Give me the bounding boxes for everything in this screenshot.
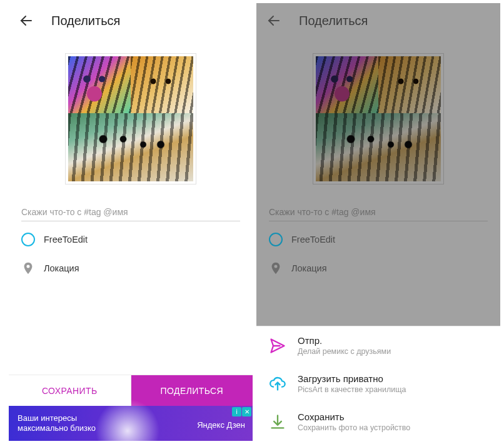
image-preview[interactable] (65, 53, 196, 184)
back-arrow-icon[interactable] (19, 13, 34, 28)
ad-close-icon[interactable]: ✕ (242, 407, 251, 416)
download-icon (269, 413, 286, 431)
sheet-item-title: Отпр. (298, 335, 391, 346)
save-button[interactable]: СОХРАНИТЬ (9, 375, 131, 406)
sheet-item-title: Сохранить (298, 411, 410, 422)
image-preview-area (9, 38, 253, 196)
bottom-action-bar: СОХРАНИТЬ ПОДЕЛИТЬСЯ (9, 375, 253, 406)
caption-input[interactable] (269, 203, 488, 221)
sheet-item-title: Загрузить приватно (298, 373, 406, 384)
back-arrow-icon[interactable] (266, 13, 281, 28)
free-to-edit-row[interactable]: FreeToEdit (9, 225, 253, 254)
free-to-edit-label: FreeToEdit (291, 235, 335, 245)
send-icon (269, 337, 286, 355)
location-label: Локация (44, 263, 79, 273)
ad-info-icon[interactable]: i (232, 407, 241, 416)
page-title: Поделиться (51, 14, 120, 28)
collage-tile (68, 113, 193, 181)
cloud-upload-icon (269, 375, 286, 393)
sheet-save-row[interactable]: Сохранить Сохранить фото на устройство (256, 403, 500, 441)
sheet-send-row[interactable]: Отпр. Делай ремикс с друзьями (256, 326, 500, 365)
image-preview-area (256, 38, 500, 196)
page-title: Поделиться (299, 14, 368, 28)
share-button[interactable]: ПОДЕЛИТЬСЯ (131, 375, 253, 406)
location-row[interactable]: Локация (9, 254, 253, 283)
share-screen-left: Поделиться FreeToEdit Локация СОХРАНИТЬ … (9, 3, 253, 441)
free-to-edit-row[interactable]: FreeToEdit (256, 225, 500, 254)
collage-tile (378, 56, 441, 113)
circle-outline-icon (21, 233, 35, 246)
caption-input[interactable] (21, 203, 240, 221)
sheet-item-subtitle: Делай ремикс с друзьями (298, 347, 391, 356)
ad-brand: Яндекс Дзен (197, 420, 245, 430)
sheet-item-subtitle: PicsArt в качестве хранилища (298, 385, 406, 394)
location-pin-icon (21, 261, 35, 275)
sheet-upload-private-row[interactable]: Загрузить приватно PicsArt в качестве хр… (256, 365, 500, 403)
caption-row (9, 196, 253, 225)
ad-banner[interactable]: Ваши интересы максимально близко Яндекс … (9, 406, 253, 441)
location-label: Локация (291, 263, 327, 273)
free-to-edit-label: FreeToEdit (44, 235, 88, 245)
ad-badge: i ✕ (232, 407, 251, 416)
ad-text: Ваши интересы максимально близко (18, 413, 96, 434)
image-preview[interactable] (313, 53, 444, 184)
share-sheet: Отпр. Делай ремикс с друзьями Загрузить … (256, 326, 500, 441)
collage-tile (316, 56, 378, 113)
caption-row (256, 196, 500, 225)
header: Поделиться (256, 3, 500, 38)
share-screen-right: Поделиться FreeToEdit Локация (256, 3, 500, 441)
collage-tile (316, 113, 441, 181)
sheet-item-subtitle: Сохранить фото на устройство (298, 423, 410, 432)
collage-tile (131, 56, 193, 113)
location-row[interactable]: Локация (256, 254, 500, 283)
circle-outline-icon (269, 233, 283, 246)
collage-tile (68, 56, 131, 113)
header: Поделиться (9, 3, 253, 38)
location-pin-icon (269, 261, 283, 275)
